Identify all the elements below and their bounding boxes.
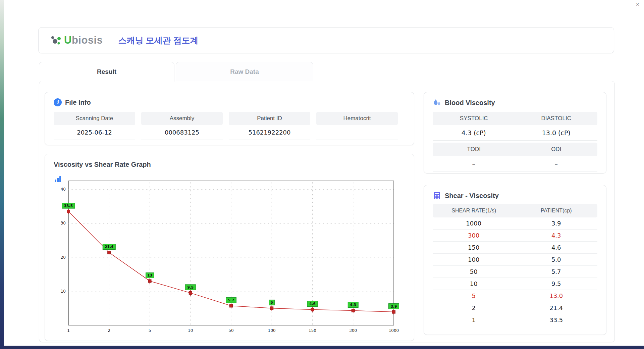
svg-text:5: 5 bbox=[149, 328, 151, 333]
field-label: Assembly bbox=[141, 112, 223, 125]
todi-value: – bbox=[433, 156, 515, 171]
diastolic-value: 13.0 (cP) bbox=[515, 125, 598, 141]
svg-text:300: 300 bbox=[349, 328, 357, 333]
graph-title: Viscosity vs Shear Rate Graph bbox=[54, 161, 151, 168]
shear-rate-cell: 150 bbox=[433, 242, 515, 253]
calculator-icon bbox=[433, 191, 441, 200]
patient-cell: 4.3 bbox=[515, 230, 598, 241]
svg-text:13: 13 bbox=[147, 273, 152, 277]
background-strip bbox=[0, 0, 4, 349]
odi-header: ODI bbox=[515, 143, 598, 156]
svg-text:30: 30 bbox=[61, 221, 66, 226]
field-patient-id: Patient ID 51621922200 bbox=[229, 112, 310, 140]
svg-text:4.6: 4.6 bbox=[309, 302, 316, 306]
patient-cell: 5.7 bbox=[515, 266, 598, 278]
shear-rate-cell: 2 bbox=[433, 302, 515, 314]
svg-text:2: 2 bbox=[108, 328, 110, 333]
svg-text:5: 5 bbox=[271, 300, 273, 304]
svg-text:4.3: 4.3 bbox=[350, 303, 356, 307]
brand-logo: Ubiosis bbox=[50, 34, 103, 46]
field-assembly: Assembly 000683125 bbox=[141, 112, 223, 140]
shear-rate-cell: 50 bbox=[433, 266, 515, 278]
table-row: 300 4.3 bbox=[433, 230, 597, 242]
file-info-title: File Info bbox=[65, 99, 91, 106]
svg-text:5.7: 5.7 bbox=[228, 298, 234, 302]
shear-viscosity-title: Shear - Viscosity bbox=[445, 192, 499, 200]
field-value: 2025-06-12 bbox=[54, 125, 135, 140]
patient-cell: 4.6 bbox=[515, 242, 598, 253]
brand-rest: biosis bbox=[72, 34, 103, 46]
viscosity-chart: 102030401251050100150300100033.521.4139.… bbox=[54, 175, 406, 339]
table-row: 1 33.5 bbox=[433, 314, 597, 326]
blood-viscosity-title: Blood Viscosity bbox=[445, 99, 495, 107]
app-window: × Ubiosis 스캐닝 모세관 점도계 Result Raw Data i … bbox=[4, 0, 644, 346]
table-row: 5 13.0 bbox=[433, 290, 597, 302]
shear-rate-cell: 300 bbox=[433, 230, 515, 241]
svg-text:150: 150 bbox=[309, 328, 316, 333]
table-row: 2 21.4 bbox=[433, 302, 597, 314]
svg-text:50: 50 bbox=[228, 328, 233, 333]
patient-cell: 21.4 bbox=[515, 302, 598, 314]
systolic-header: SYSTOLIC bbox=[433, 112, 515, 125]
svg-text:1: 1 bbox=[67, 328, 70, 333]
field-hematocrit: Hematocrit bbox=[316, 112, 398, 140]
table-row: 100 5.0 bbox=[433, 254, 597, 266]
odi-value: – bbox=[515, 156, 598, 171]
tab-result[interactable]: Result bbox=[39, 62, 174, 82]
table-row: 50 5.7 bbox=[433, 266, 597, 278]
brand-text: Ubiosis bbox=[64, 34, 103, 46]
patient-cell: 13.0 bbox=[515, 290, 598, 302]
table-row: 150 4.6 bbox=[433, 242, 597, 254]
file-info-panel: i File Info Scanning Date 2025-06-12 Ass… bbox=[45, 92, 414, 145]
svg-text:9.5: 9.5 bbox=[187, 285, 194, 289]
file-info-fields: Scanning Date 2025-06-12 Assembly 000683… bbox=[54, 112, 405, 140]
close-icon[interactable]: × bbox=[636, 1, 639, 7]
patient-cell: 3.9 bbox=[515, 217, 598, 229]
table-row: 1000 3.9 bbox=[433, 217, 597, 230]
shear-rate-cell: 1000 bbox=[433, 217, 515, 229]
field-label: Hematocrit bbox=[316, 112, 398, 125]
svg-text:40: 40 bbox=[61, 187, 66, 192]
svg-text:1000: 1000 bbox=[389, 328, 399, 333]
field-value bbox=[316, 125, 398, 140]
shear-rate-cell: 100 bbox=[433, 254, 515, 265]
shear-viscosity-panel: Shear - Viscosity SHEAR RATE(1/s) PATIEN… bbox=[424, 185, 606, 335]
field-value: 000683125 bbox=[141, 125, 223, 140]
svg-text:20: 20 bbox=[61, 255, 66, 260]
svg-text:21.4: 21.4 bbox=[105, 245, 113, 249]
page-title: 스캐닝 모세관 점도계 bbox=[118, 35, 198, 46]
svg-text:10: 10 bbox=[188, 328, 193, 333]
shear-rate-column-header: SHEAR RATE(1/s) bbox=[433, 204, 515, 217]
patient-cell: 9.5 bbox=[515, 278, 598, 290]
diastolic-header: DIASTOLIC bbox=[515, 112, 598, 125]
field-value: 51621922200 bbox=[229, 125, 310, 140]
brand-first-letter: U bbox=[64, 34, 72, 46]
systolic-value: 4.3 (cP) bbox=[433, 125, 515, 141]
tab-raw-data[interactable]: Raw Data bbox=[176, 62, 313, 82]
shear-viscosity-table: SHEAR RATE(1/s) PATIENT(cp) 1000 3.9 300… bbox=[433, 204, 597, 326]
field-scanning-date: Scanning Date 2025-06-12 bbox=[54, 112, 135, 140]
viscosity-graph-panel: Viscosity vs Shear Rate Graph 1020304012… bbox=[45, 154, 414, 341]
ubiosis-logo-icon bbox=[50, 34, 62, 46]
patient-cell: 33.5 bbox=[515, 314, 598, 326]
patient-column-header: PATIENT(cp) bbox=[515, 204, 598, 217]
blood-viscosity-table: SYSTOLIC DIASTOLIC 4.3 (cP) 13.0 (cP) TO… bbox=[433, 112, 597, 171]
shear-rate-cell: 5 bbox=[433, 290, 515, 302]
info-icon: i bbox=[54, 98, 62, 106]
blood-viscosity-panel: Blood Viscosity SYSTOLIC DIASTOLIC 4.3 (… bbox=[424, 92, 606, 173]
patient-cell: 5.0 bbox=[515, 254, 598, 265]
svg-text:33.5: 33.5 bbox=[64, 204, 73, 208]
svg-text:3.9: 3.9 bbox=[391, 304, 397, 308]
shear-rate-cell: 1 bbox=[433, 314, 515, 326]
droplets-icon bbox=[433, 98, 441, 107]
header: Ubiosis 스캐닝 모세관 점도계 bbox=[38, 27, 614, 53]
shear-rate-cell: 10 bbox=[433, 278, 515, 290]
field-label: Patient ID bbox=[229, 112, 310, 125]
svg-text:10: 10 bbox=[61, 289, 66, 294]
field-label: Scanning Date bbox=[54, 112, 135, 125]
svg-text:100: 100 bbox=[268, 328, 276, 333]
table-row: 10 9.5 bbox=[433, 278, 597, 290]
todi-header: TODI bbox=[433, 143, 515, 156]
